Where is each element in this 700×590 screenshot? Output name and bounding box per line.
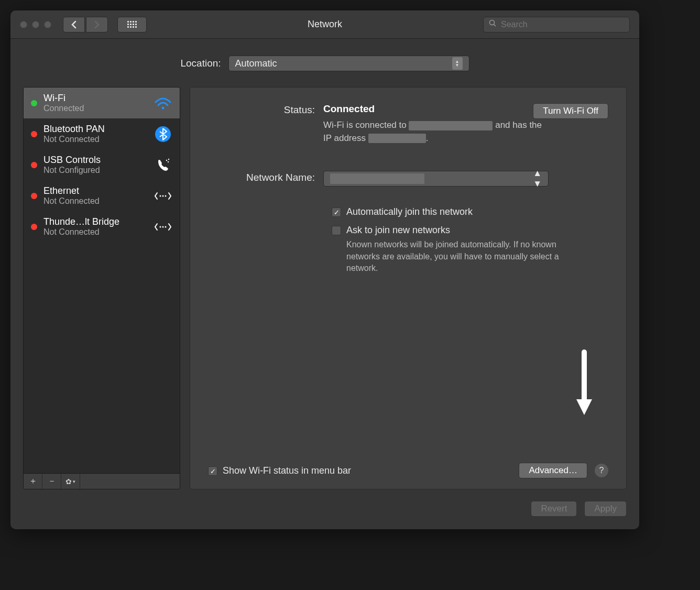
location-label: Location: [180,58,221,69]
search-field[interactable] [483,17,630,32]
service-status: Not Connected [43,196,147,206]
status-dot-icon [31,100,37,106]
redacted-ssid [409,121,493,130]
add-service-button[interactable]: ＋ [24,474,42,489]
service-status: Not Connected [43,227,147,237]
content-row: Wi-Fi Connected Bluetooth PAN Not Connec… [23,87,627,489]
window-body: Location: Automatic ▲▼ Wi-Fi Connected [10,39,639,529]
network-name-row: Network Name: ▲▼ [208,171,608,187]
service-text: Ethernet Not Connected [43,185,147,206]
ask-join-checkbox[interactable] [332,226,341,235]
svg-point-9 [165,195,167,196]
remove-service-button[interactable]: － [42,474,61,489]
arrow-annotation-icon [574,349,595,420]
service-name: Ethernet [43,185,147,196]
svg-point-6 [168,158,169,159]
status-dot-icon [31,162,37,168]
ask-join-description: Known networks will be joined automatica… [346,239,566,274]
status-description: Wi-Fi is connected to and has the IP add… [323,119,543,145]
minimize-window-button[interactable] [32,21,39,28]
ask-join-label: Ask to join new networks [346,225,566,236]
service-text: Thunde…lt Bridge Not Connected [43,216,147,237]
wifi-icon [154,94,172,113]
close-window-button[interactable] [20,21,27,28]
service-actions-button[interactable]: ✿▾ [61,474,80,489]
svg-point-2 [162,106,165,109]
service-name: Wi-Fi [43,93,147,104]
services-sidebar: Wi-Fi Connected Bluetooth PAN Not Connec… [23,87,180,489]
detail-footer: Show Wi-Fi status in menu bar Advanced… … [208,463,608,478]
location-value: Automatic [235,58,277,69]
service-item-usb[interactable]: USB Controls Not Configured [24,149,180,180]
location-row: Location: Automatic ▲▼ [23,56,627,71]
service-text: USB Controls Not Configured [43,155,147,175]
service-status: Connected [43,104,147,113]
back-button[interactable] [63,17,85,32]
sidebar-toolbar: ＋ － ✿▾ [24,473,180,489]
service-item-ethernet[interactable]: Ethernet Not Connected [24,180,180,211]
show-menubar-checkbox[interactable] [208,466,217,476]
bluetooth-icon [154,125,172,144]
service-name: Bluetooth PAN [43,124,147,135]
traffic-lights [20,21,51,28]
search-icon [489,19,497,29]
search-input[interactable] [501,20,624,29]
auto-join-checkbox[interactable] [332,207,341,217]
chevron-down-icon: ▾ [73,479,75,484]
service-text: Bluetooth PAN Not Connected [43,124,147,144]
service-name: USB Controls [43,155,147,166]
auto-join-label: Automatically join this network [346,206,473,217]
service-text: Wi-Fi Connected [43,93,147,113]
service-name: Thunde…lt Bridge [43,216,147,227]
svg-point-7 [160,195,161,196]
phone-icon [154,156,172,174]
status-dot-icon [31,131,37,137]
service-item-bluetooth[interactable]: Bluetooth PAN Not Connected [24,118,180,149]
status-label: Status: [208,103,323,116]
nav-buttons [63,17,108,32]
status-dot-icon [31,193,37,199]
svg-point-5 [168,161,169,162]
service-status: Not Connected [43,135,147,144]
show-menubar-label: Show Wi-Fi status in menu bar [223,465,351,476]
show-all-button[interactable] [117,17,147,32]
network-preferences-window: Network Location: Automatic ▲▼ Wi [10,10,639,529]
network-name-label: Network Name: [208,171,323,183]
svg-point-10 [160,226,161,227]
auto-join-row: Automatically join this network [332,206,608,217]
revert-button[interactable]: Revert [531,501,577,517]
ethernet-icon [154,217,172,236]
titlebar: Network [10,10,639,39]
forward-button[interactable] [86,17,108,32]
svg-point-4 [166,159,167,160]
redacted-network-value [330,173,424,184]
turn-wifi-off-button[interactable]: Turn Wi-Fi Off [533,103,608,119]
service-list[interactable]: Wi-Fi Connected Bluetooth PAN Not Connec… [24,88,180,473]
grid-icon [127,21,137,28]
apply-button[interactable]: Apply [584,501,627,517]
status-dot-icon [31,224,37,230]
redacted-ip [368,134,426,143]
service-item-thunderbolt[interactable]: Thunde…lt Bridge Not Connected [24,211,180,242]
zoom-window-button[interactable] [44,21,51,28]
svg-line-1 [494,25,496,27]
ask-join-row: Ask to join new networks Known networks … [332,225,608,274]
service-detail-panel: Turn Wi-Fi Off Status: Connected Wi-Fi i… [190,87,627,489]
gear-icon: ✿ [65,477,72,486]
service-item-wifi[interactable]: Wi-Fi Connected [24,88,180,118]
help-button[interactable]: ? [595,464,608,477]
service-status: Not Configured [43,166,147,175]
svg-point-0 [490,20,495,25]
svg-point-12 [165,226,167,227]
dropdown-stepper-icon: ▲▼ [452,57,463,70]
svg-point-11 [162,226,164,227]
svg-point-8 [162,195,164,196]
dropdown-stepper-icon: ▲▼ [533,168,542,189]
ethernet-icon [154,187,172,205]
advanced-button[interactable]: Advanced… [519,463,587,478]
window-footer: Revert Apply [23,489,627,517]
window-title: Network [308,19,342,30]
network-name-dropdown[interactable]: ▲▼ [323,171,549,187]
location-dropdown[interactable]: Automatic ▲▼ [228,56,469,71]
